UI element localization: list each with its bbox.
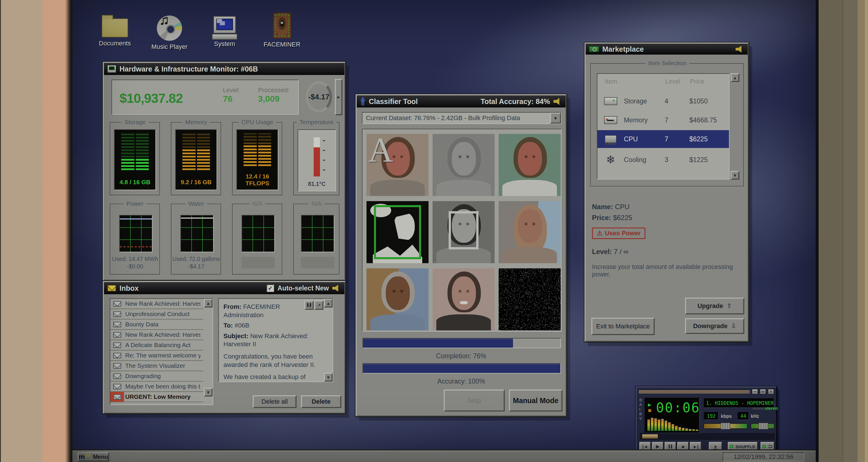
exit-to-marketplace-button[interactable]: Exit to Marketplace xyxy=(591,318,655,335)
dropdown-arrow-button[interactable]: ▼ xyxy=(550,113,561,124)
balance-amount: $10,937.82 xyxy=(120,91,183,106)
list-item[interactable]: New Rank Achieved: Harvester I xyxy=(110,330,204,340)
photo-cell-7[interactable] xyxy=(367,268,429,331)
gauge-label: CPU Usage xyxy=(239,119,276,125)
delete-button[interactable]: Delete xyxy=(301,395,341,408)
gauge-label: Water xyxy=(185,200,207,207)
inbox-titlebar[interactable]: Inbox ✓ Auto-select New xyxy=(104,282,344,294)
column-header-price: Price xyxy=(690,78,704,85)
minimize-button[interactable] xyxy=(752,389,758,394)
photo-cell-2[interactable] xyxy=(433,134,495,196)
scroll-up-button[interactable]: ▲ xyxy=(204,299,213,307)
skip-button[interactable]: Skip xyxy=(444,390,505,411)
list-item[interactable]: External Message: Recruitment xyxy=(110,402,204,405)
speaker-icon[interactable] xyxy=(332,284,341,292)
message-content: From: FACEMINER Administration To: #06B … xyxy=(219,299,333,382)
processed-block: Processed: 3,009 xyxy=(258,87,289,104)
eject-button[interactable]: ▲ xyxy=(709,442,722,451)
upgrade-button[interactable]: Upgrade⇧ xyxy=(685,298,744,314)
photo-cell-3[interactable] xyxy=(499,134,561,196)
gauge-label: Memory xyxy=(182,119,210,125)
list-item[interactable]: Maybe I've been doing this too l... xyxy=(110,381,204,392)
memory-gauge: Memory 9.2 / 16 GB xyxy=(171,122,221,196)
pause-button[interactable] xyxy=(664,442,676,451)
envelope-icon xyxy=(113,322,121,327)
next-track-button[interactable]: ►| xyxy=(690,442,702,451)
photo-cell-4[interactable] xyxy=(367,201,429,263)
play-indicator-icon: ▶ xyxy=(648,402,651,407)
previous-track-button[interactable]: |◄ xyxy=(639,442,651,451)
photo-cell-5[interactable] xyxy=(433,201,495,263)
water-gauge: Water Used: 72.0 gallons -$4.17 xyxy=(171,204,221,275)
monitor-bezel-right xyxy=(816,0,868,462)
dataset-dropdown[interactable]: Current Dataset: 76.76% - 2.42GB - Bulk … xyxy=(362,112,561,124)
scroll-down-button[interactable]: ▼ xyxy=(204,388,213,397)
pause-notifications-button[interactable] xyxy=(305,301,314,310)
item-row-storage[interactable]: Storage4$1050 xyxy=(597,92,729,110)
list-item[interactable]: Unprofessional Conduct xyxy=(110,309,204,319)
manual-mode-button[interactable]: Manual Mode xyxy=(509,390,562,411)
seek-bar[interactable] xyxy=(640,433,774,439)
list-item[interactable]: Bounty Data xyxy=(110,319,204,330)
item-row-memory[interactable]: Memory7$4668.75 xyxy=(597,111,729,129)
photo-cell-8[interactable] xyxy=(433,268,495,331)
list-item[interactable]: Downgrading xyxy=(110,371,204,381)
gauge-label: Storage xyxy=(122,119,149,125)
accuracy-progress-bar xyxy=(363,363,561,373)
volume-slider[interactable] xyxy=(704,424,747,429)
desktop-icon-documents[interactable]: Documents xyxy=(92,14,138,47)
list-item[interactable]: A Delicate Balancing Act xyxy=(110,340,204,350)
list-item[interactable]: Re: The warmest welcome you'r... xyxy=(110,350,204,361)
photo-cell-9-static-noise[interactable] xyxy=(499,268,561,331)
section-label: Item Selection xyxy=(645,60,689,66)
gauge-label: N/A xyxy=(308,200,324,207)
item-row-cpu-selected[interactable]: CPU7$6225 xyxy=(597,130,729,148)
hardware-monitor-titlebar[interactable]: Hardware & Infrastructure Monitor: #06B xyxy=(104,63,344,75)
classifier-titlebar[interactable]: Classifier Tool Total Accuracy: 84% xyxy=(357,95,565,107)
uses-power-badge: ⚠Uses Power xyxy=(592,227,645,239)
photo-cell-1[interactable]: A xyxy=(367,134,429,196)
close-button[interactable]: × xyxy=(768,389,774,394)
level-value: 76 xyxy=(223,94,240,104)
downgrade-button[interactable]: Downgrade⇩ xyxy=(685,318,744,334)
mono-indicator: mono xyxy=(752,406,764,410)
desktop-icon-system[interactable]: System xyxy=(202,14,248,48)
balance-slider[interactable] xyxy=(751,424,774,429)
balance-slider-handle[interactable] xyxy=(758,423,768,430)
speaker-icon[interactable] xyxy=(736,45,744,53)
list-scroll-up-button[interactable]: ▲ xyxy=(731,73,739,82)
message-body-1: Congratulations, you have been awarded t… xyxy=(223,352,316,369)
player-titlebar[interactable]: × xyxy=(637,387,776,394)
shade-button[interactable] xyxy=(760,389,766,394)
repeat-button[interactable] xyxy=(761,442,774,451)
delete-all-button[interactable]: Delete all xyxy=(253,395,297,408)
seek-handle[interactable] xyxy=(642,434,658,439)
stop-button[interactable]: ■ xyxy=(677,442,689,451)
na-gauge-2: N/A xyxy=(293,204,340,275)
item-row-cooling[interactable]: ❄ Cooling3$1225 xyxy=(597,151,729,168)
desktop-icon-faceminer[interactable]: FACEMINER xyxy=(259,13,305,48)
play-button[interactable]: ▶ xyxy=(652,442,663,451)
message-scroll-up-button[interactable]: ▲ xyxy=(324,299,333,307)
list-item[interactable]: The System Visualizer xyxy=(110,361,204,371)
popout-message-button[interactable]: ↗ xyxy=(314,301,323,310)
clutterbar[interactable]: OAIDV xyxy=(639,398,642,421)
volume-slider-handle[interactable] xyxy=(721,423,731,430)
desktop-icon-music-player[interactable]: ♫ Music Player xyxy=(147,14,192,51)
expand-panel-button[interactable]: ► xyxy=(335,79,342,115)
track-time[interactable]: 00:06 xyxy=(656,400,700,415)
window-inbox: Inbox ✓ Auto-select New New Rank Achieve… xyxy=(103,281,345,414)
list-item-urgent[interactable]: URGENT: Low Memory xyxy=(110,392,204,402)
list-scroll-down-button[interactable]: ▼ xyxy=(731,171,739,180)
auto-select-checkbox[interactable]: ✓ xyxy=(267,284,274,292)
list-item[interactable]: New Rank Achieved: Harveste... xyxy=(110,299,204,309)
message-scroll-down-button[interactable]: ▼ xyxy=(324,373,333,381)
photo-cell-6[interactable] xyxy=(499,201,561,263)
folder-icon xyxy=(102,19,128,37)
os-logo: mOS xyxy=(79,453,91,461)
marketplace-titlebar[interactable]: Marketplace xyxy=(586,44,748,55)
shuffle-button[interactable]: SHUFFLE xyxy=(728,442,758,451)
cash-icon xyxy=(589,46,599,52)
speaker-icon[interactable] xyxy=(554,98,562,105)
menu-button[interactable]: mOS Menu xyxy=(78,452,109,461)
